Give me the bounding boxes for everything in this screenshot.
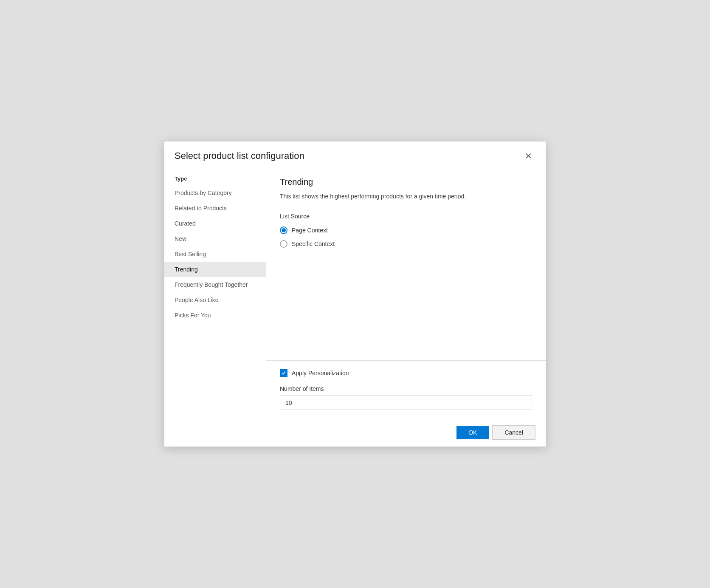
- number-items-label: Number of Items: [280, 385, 532, 392]
- sidebar-item-related-to-products[interactable]: Related to Products: [164, 201, 266, 216]
- dialog-body: Type Products by Category Related to Pro…: [164, 167, 546, 418]
- sidebar-item-frequently-bought-together[interactable]: Frequently Bought Together: [164, 277, 266, 292]
- content-area: Trending This list shows the highest per…: [266, 167, 546, 418]
- sidebar-item-new[interactable]: New: [164, 231, 266, 246]
- number-items-input[interactable]: [280, 396, 532, 410]
- apply-personalization-checkbox[interactable]: ✓: [280, 369, 287, 377]
- apply-personalization-label: Apply Personalization: [292, 370, 349, 376]
- radio-specific-context-label: Specific Context: [292, 240, 335, 247]
- sidebar-type-label: Type: [164, 170, 266, 185]
- dialog: Select product list configuration ✕ Type…: [164, 141, 546, 447]
- sidebar-item-products-by-category[interactable]: Products by Category: [164, 185, 266, 201]
- content-description: This list shows the highest performing p…: [280, 192, 532, 201]
- close-button[interactable]: ✕: [521, 150, 535, 162]
- apply-personalization-row: ✓ Apply Personalization: [280, 369, 532, 377]
- radio-specific-context-circle: [280, 240, 287, 248]
- radio-group: Page Context Specific Context: [280, 226, 532, 248]
- content-main: Trending This list shows the highest per…: [266, 167, 546, 360]
- radio-page-context-label: Page Context: [292, 227, 328, 234]
- ok-button[interactable]: OK: [456, 426, 489, 439]
- list-source-label: List Source: [280, 213, 532, 220]
- radio-page-context-inner: [282, 228, 286, 232]
- sidebar-item-people-also-like[interactable]: People Also Like: [164, 292, 266, 308]
- checkbox-check-icon: ✓: [282, 370, 286, 376]
- sidebar-item-picks-for-you[interactable]: Picks For You: [164, 308, 266, 323]
- cancel-button[interactable]: Cancel: [492, 425, 535, 440]
- content-footer: ✓ Apply Personalization Number of Items: [266, 360, 546, 418]
- radio-page-context-circle: [280, 226, 287, 234]
- sidebar-item-best-selling[interactable]: Best Selling: [164, 246, 266, 262]
- sidebar-item-trending[interactable]: Trending: [164, 262, 266, 277]
- dialog-header: Select product list configuration ✕: [164, 141, 546, 167]
- sidebar: Type Products by Category Related to Pro…: [164, 167, 266, 418]
- dialog-title: Select product list configuration: [175, 150, 304, 161]
- sidebar-item-curated[interactable]: Curated: [164, 216, 266, 231]
- dialog-footer: OK Cancel: [164, 418, 546, 447]
- content-title: Trending: [280, 177, 532, 187]
- radio-specific-context[interactable]: Specific Context: [280, 240, 532, 248]
- radio-page-context[interactable]: Page Context: [280, 226, 532, 234]
